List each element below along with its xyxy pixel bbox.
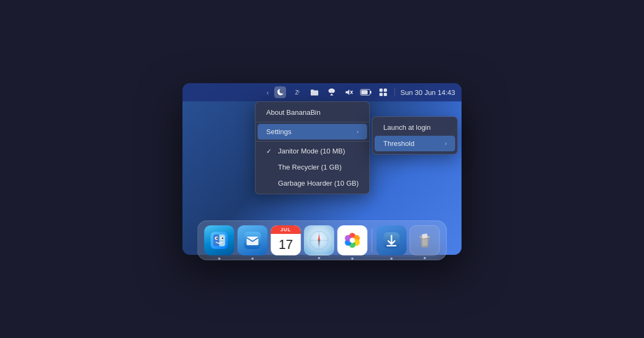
calendar-dock-icon[interactable]: JUL 17 xyxy=(271,225,301,255)
folder-icon[interactable] xyxy=(309,86,320,98)
menubar-divider xyxy=(394,88,395,97)
svg-point-13 xyxy=(222,238,223,239)
svg-rect-17 xyxy=(247,237,259,245)
trash-dock-icon[interactable] xyxy=(410,225,440,255)
menubar: ‹ Zᶻ xyxy=(182,83,462,101)
dock-divider xyxy=(372,229,372,252)
bananabin-menu-icon[interactable] xyxy=(274,86,286,98)
safari-dock-icon[interactable] xyxy=(304,225,334,255)
calendar-month: JUL xyxy=(271,225,301,234)
hoarder-item[interactable]: Garbage Hoarder (10 GB) xyxy=(258,175,367,191)
svg-rect-3 xyxy=(370,91,372,94)
launch-at-login-label: Launch at login xyxy=(383,123,430,131)
control-center-icon[interactable] xyxy=(377,86,389,98)
main-dropdown-menu: About BananaBin Settings › ✓ Janitor Mod… xyxy=(255,101,370,194)
settings-submenu: Launch at login Threshold › xyxy=(372,116,458,155)
svg-point-29 xyxy=(350,238,355,243)
airdrop-icon[interactable] xyxy=(326,86,338,98)
svg-rect-4 xyxy=(361,90,368,94)
svg-marker-22 xyxy=(318,239,320,247)
chevron-left-icon[interactable]: ‹ xyxy=(267,89,269,97)
settings-item[interactable]: Settings › xyxy=(258,124,367,139)
settings-arrow-icon: › xyxy=(357,129,358,135)
calendar-day: 17 xyxy=(279,234,293,255)
separator-1 xyxy=(255,122,369,122)
svg-rect-7 xyxy=(379,93,383,96)
sleep-icon[interactable]: Zᶻ xyxy=(291,86,303,98)
svg-point-15 xyxy=(221,241,223,242)
svg-rect-37 xyxy=(422,233,428,239)
hoarder-label: Garbage Hoarder (10 GB) xyxy=(278,179,358,187)
svg-rect-6 xyxy=(384,89,387,92)
janitor-check-icon: ✓ xyxy=(266,148,274,155)
dropdown-container: About BananaBin Settings › ✓ Janitor Mod… xyxy=(255,101,458,194)
janitor-label: Janitor Mode (10 MB) xyxy=(278,147,358,155)
about-label: About BananaBin xyxy=(266,108,320,116)
threshold-label: Threshold xyxy=(383,139,414,148)
downloads-dock-icon[interactable] xyxy=(377,225,407,255)
battery-icon xyxy=(360,86,372,98)
svg-rect-8 xyxy=(384,93,387,96)
recycler-item[interactable]: The Recycler (1 GB) xyxy=(258,159,367,175)
settings-label: Settings xyxy=(266,128,291,136)
mute-icon[interactable] xyxy=(343,86,355,98)
finder-dock-icon[interactable] xyxy=(204,225,235,255)
launch-at-login-item[interactable]: Launch at login xyxy=(375,120,455,135)
threshold-item[interactable]: Threshold › xyxy=(375,136,455,151)
dock: JUL 17 xyxy=(197,221,447,260)
mac-window: ‹ Zᶻ xyxy=(182,83,462,255)
recycler-label: The Recycler (1 GB) xyxy=(278,163,358,171)
svg-rect-5 xyxy=(379,89,383,92)
photos-dock-icon[interactable] xyxy=(338,225,368,255)
about-bananabin-item[interactable]: About BananaBin xyxy=(258,105,367,120)
threshold-arrow-icon: › xyxy=(445,141,447,146)
svg-point-12 xyxy=(216,238,218,239)
mail-dock-icon[interactable] xyxy=(238,225,268,255)
svg-point-14 xyxy=(216,241,218,242)
separator-2 xyxy=(255,141,369,142)
janitor-mode-item[interactable]: ✓ Janitor Mode (10 MB) xyxy=(258,143,367,159)
menubar-datetime: Sun 30 Jun 14:43 xyxy=(400,89,455,97)
